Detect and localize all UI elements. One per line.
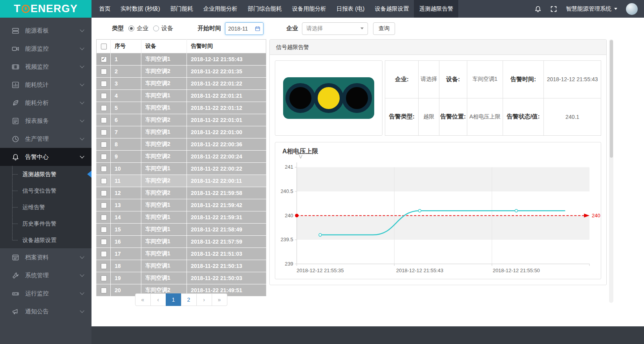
start-time-input[interactable]: 2018-11 <box>225 22 263 35</box>
row-device: 车间空调1 <box>141 248 187 260</box>
row-checkbox[interactable] <box>101 129 107 135</box>
page-2-button[interactable]: 2 <box>181 293 197 306</box>
notifications-bell-icon[interactable] <box>534 5 542 13</box>
row-checkbox[interactable] <box>101 288 107 293</box>
row-checkbox[interactable] <box>101 56 107 62</box>
row-checkbox-cell <box>97 138 111 151</box>
submenu-item-label: 历史事件告警 <box>22 220 57 228</box>
sidebar-item-clock[interactable]: 生产管理 <box>0 130 91 148</box>
row-checkbox[interactable] <box>101 154 107 160</box>
nav-item-3[interactable]: 部门能耗 <box>165 0 198 18</box>
radio-selected-icon[interactable] <box>128 25 134 31</box>
company-select[interactable]: 请选择 <box>302 22 368 35</box>
table-row[interactable]: 8车间空调22018-11-22 22:00:36 <box>97 138 266 151</box>
row-checkbox[interactable] <box>101 142 107 147</box>
submenu-item[interactable]: 信号变位告警 <box>0 182 91 199</box>
select-all-checkbox[interactable] <box>101 44 107 49</box>
row-checkbox[interactable] <box>101 105 107 111</box>
row-checkbox[interactable] <box>101 117 107 123</box>
fullscreen-icon[interactable] <box>550 5 557 13</box>
radio-unselected-icon[interactable] <box>153 25 159 31</box>
row-checkbox[interactable] <box>101 275 107 281</box>
row-checkbox[interactable] <box>101 178 107 184</box>
nav-item-2[interactable]: 实时数据 (秒级) <box>115 0 165 18</box>
sidebar-item-megaphone[interactable]: 通知公告 <box>0 302 91 320</box>
table-row[interactable]: 2车间空调22018-11-22 22:01:35 <box>97 66 266 78</box>
table-row[interactable]: 7车间空调12018-11-22 22:01:00 <box>97 126 266 138</box>
nav-item-9[interactable]: 遥测越限告警 <box>414 0 458 18</box>
table-row[interactable]: 1车间空调12018-12-12 21:55:43 <box>97 53 266 66</box>
submenu-item[interactable]: 遥测越限告警 <box>0 166 91 182</box>
table-header-row: 序号设备告警时间 <box>97 40 266 53</box>
sidebar-item-drive[interactable]: 运行监控 <box>0 284 91 302</box>
row-checkbox[interactable] <box>101 239 107 245</box>
row-checkbox-cell <box>97 78 111 90</box>
submenu-item[interactable]: 历史事件告警 <box>0 215 91 232</box>
table-row[interactable]: 16车间空调12018-11-22 21:57:59 <box>97 236 266 248</box>
table-row[interactable]: 17车间空调12018-11-22 21:51:03 <box>97 248 266 260</box>
page-first-button[interactable]: « <box>135 293 151 306</box>
page-next-button[interactable]: › <box>196 293 212 306</box>
query-button[interactable]: 查询 <box>373 22 395 35</box>
row-checkbox[interactable] <box>101 69 107 75</box>
nav-item-1[interactable]: 首页 <box>94 0 115 18</box>
table-row[interactable]: 6车间空调22018-11-22 22:01:01 <box>97 114 266 126</box>
row-checkbox[interactable] <box>101 190 107 196</box>
nav-item-8[interactable]: 设备越限设置 <box>370 0 414 18</box>
user-avatar[interactable] <box>626 3 638 15</box>
nav-item-7[interactable]: 日报表 (电) <box>331 0 370 18</box>
table-row[interactable]: 15车间空调12018-11-22 21:58:49 <box>97 224 266 236</box>
sidebar-item-bar-chart[interactable]: 能耗统计 <box>0 76 91 94</box>
table-row[interactable]: 9车间空调22018-11-22 22:00:24 <box>97 151 266 163</box>
nav-item-4[interactable]: 企业用能分析 <box>198 0 243 18</box>
tree-dash-icon <box>13 207 18 207</box>
type-radio-option[interactable]: 设备 <box>153 25 173 32</box>
table-row[interactable]: 5车间空调12018-11-22 22:01:12 <box>97 102 266 114</box>
page-1-button[interactable]: 1 <box>166 293 181 306</box>
row-checkbox[interactable] <box>101 81 107 87</box>
row-checkbox-cell <box>97 187 111 199</box>
row-number: 9 <box>111 151 141 163</box>
table-row[interactable]: 13车间空调12018-11-22 21:59:42 <box>97 199 266 211</box>
type-radio-option[interactable]: 企业 <box>128 25 148 32</box>
page-last-button[interactable]: » <box>212 293 227 306</box>
submenu-item-label: 设备越限设置 <box>22 237 57 244</box>
row-device: 车间空调2 <box>141 151 187 163</box>
vertical-scrollbar[interactable] <box>609 39 613 303</box>
sidebar-item-leaf[interactable]: 能耗分析 <box>0 94 91 112</box>
sidebar-item-film[interactable]: 视频监控 <box>0 58 91 76</box>
table-row[interactable]: 3车间空调22018-11-22 22:01:22 <box>97 78 266 90</box>
page-prev-button[interactable]: ‹ <box>150 293 166 306</box>
nav-item-5[interactable]: 部门综合能耗 <box>243 0 287 18</box>
sidebar-item-wrench[interactable]: 系统管理 <box>0 266 91 284</box>
sidebar-item-camera[interactable]: 能源监控 <box>0 40 91 58</box>
table-row[interactable]: 18车间空调12018-11-22 21:50:13 <box>97 260 266 272</box>
table-row[interactable]: 10车间空调12018-11-22 22:00:22 <box>97 163 266 175</box>
sidebar-item-dashboard[interactable]: 能源看板 <box>0 22 91 40</box>
row-checkbox[interactable] <box>101 93 107 99</box>
sidebar-item-archive[interactable]: 档案资料 <box>0 248 91 266</box>
system-name-dropdown[interactable]: 智慧能源管理系统 <box>566 5 617 13</box>
row-checkbox[interactable] <box>101 227 107 233</box>
row-checkbox[interactable] <box>101 166 107 172</box>
submenu-item[interactable]: 设备越限设置 <box>0 232 91 248</box>
scrollbar-thumb[interactable] <box>610 40 613 158</box>
sidebar-item-bell[interactable]: 告警中心 <box>0 148 91 166</box>
row-checkbox[interactable] <box>101 202 107 208</box>
row-checkbox[interactable] <box>101 263 107 269</box>
row-checkbox[interactable] <box>101 251 107 257</box>
table-row[interactable]: 4车间空调12018-11-22 22:01:21 <box>97 90 266 102</box>
calendar-icon[interactable] <box>255 26 260 31</box>
sidebar-item-report[interactable]: 报表服务 <box>0 112 91 130</box>
sidebar-item-label: 档案资料 <box>25 254 80 261</box>
row-checkbox[interactable] <box>101 215 107 220</box>
row-checkbox-cell <box>97 163 111 175</box>
submenu-item[interactable]: 运维告警 <box>0 199 91 215</box>
table-row[interactable]: 11车间空调22018-11-22 22:00:11 <box>97 175 266 187</box>
nav-item-6[interactable]: 设备用能分析 <box>287 0 331 18</box>
info-row: 企业:请选择设备:车间空调1告警时间:2018-12-12 21:55:43 <box>385 61 601 98</box>
table-row[interactable]: 12车间空调22018-11-22 21:59:58 <box>97 187 266 199</box>
table-row[interactable]: 19车间空调12018-11-22 21:50:03 <box>97 272 266 284</box>
table-row[interactable]: 14车间空调12018-11-22 21:59:31 <box>97 211 266 224</box>
y-tick-label: 239.5 <box>280 237 293 242</box>
